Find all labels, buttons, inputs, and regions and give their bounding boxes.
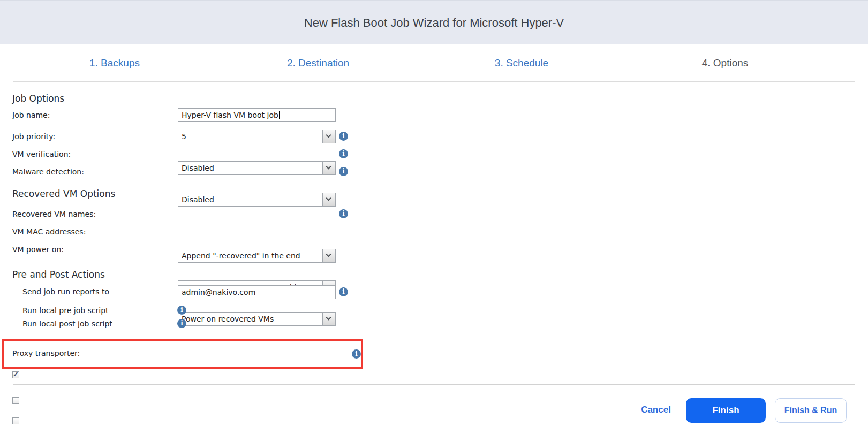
wizard-title: New Flash Boot Job Wizard for Microsoft … [0,1,868,44]
post-script-info-icon[interactable]: i [177,319,186,328]
send-reports-email-text: admin@nakivo.com [182,288,255,296]
section-recovered-vm-options: Recovered VM Options [12,188,115,199]
chevron-down-icon[interactable] [322,130,335,143]
cancel-button[interactable]: Cancel [635,405,677,415]
pre-script-info-icon[interactable]: i [177,306,186,315]
text-cursor [279,111,280,119]
finish-and-run-button[interactable]: Finish & Run [775,398,847,423]
section-job-options: Job Options [12,93,64,104]
job-name-text: Hyper-V flash VM boot job [182,111,278,119]
vm-verification-select[interactable]: Disabled [178,161,336,175]
job-priority-select[interactable]: 5 [178,130,336,143]
send-reports-label: Send job run reports to [22,287,109,296]
malware-detection-label: Malware detection: [12,167,84,176]
step-backups[interactable]: 1. Backups [13,44,216,81]
footer-divider [13,384,855,385]
chevron-down-icon[interactable] [322,313,335,325]
pre-script-checkbox[interactable] [12,397,19,404]
recovered-vm-names-info-icon[interactable]: i [339,209,348,218]
vm-verification-label: VM verification: [12,150,71,158]
recovered-vm-names-select[interactable]: Append "-recovered" in the end [178,249,336,263]
malware-detection-select[interactable]: Disabled [178,193,336,207]
pre-script-label: Run local pre job script [22,306,109,315]
send-reports-email-input[interactable]: admin@nakivo.com [178,285,336,299]
recovered-vm-names-label: Recovered VM names: [12,210,96,218]
post-script-checkbox[interactable] [12,417,19,424]
vm-verification-info-icon[interactable]: i [339,149,348,158]
job-name-input[interactable]: Hyper-V flash VM boot job [178,108,336,122]
proxy-transporter-info-icon[interactable]: i [352,349,361,359]
chevron-down-icon[interactable] [322,193,335,206]
section-pre-post-actions: Pre and Post Actions [12,269,105,280]
job-name-label: Job name: [12,111,50,119]
post-script-label: Run local post job script [22,319,112,328]
chevron-down-icon[interactable] [322,249,335,262]
vm-power-on-label: VM power on: [12,245,64,254]
wizard-steps: 1. Backups 2. Destination 3. Schedule 4.… [13,44,827,81]
step-options[interactable]: 4. Options [623,44,827,81]
malware-detection-info-icon[interactable]: i [339,167,348,176]
wizard-header: New Flash Boot Job Wizard for Microsoft … [0,0,868,44]
chevron-down-icon[interactable] [322,162,335,174]
job-priority-label: Job priority: [12,132,55,141]
step-schedule[interactable]: 3. Schedule [420,44,623,81]
send-reports-info-icon[interactable]: i [339,287,348,296]
vm-power-on-select[interactable]: Power on recovered VMs [178,312,336,326]
finish-button[interactable]: Finish [686,398,766,423]
vm-mac-addresses-label: VM MAC addresses: [12,227,86,236]
send-reports-checkbox[interactable] [12,371,19,378]
steps-divider [13,81,855,82]
wizard-dialog: New Flash Boot Job Wizard for Microsoft … [0,0,868,434]
step-destination[interactable]: 2. Destination [216,44,420,81]
proxy-transporter-label: Proxy transporter: [12,349,80,357]
job-priority-info-icon[interactable]: i [339,132,348,141]
